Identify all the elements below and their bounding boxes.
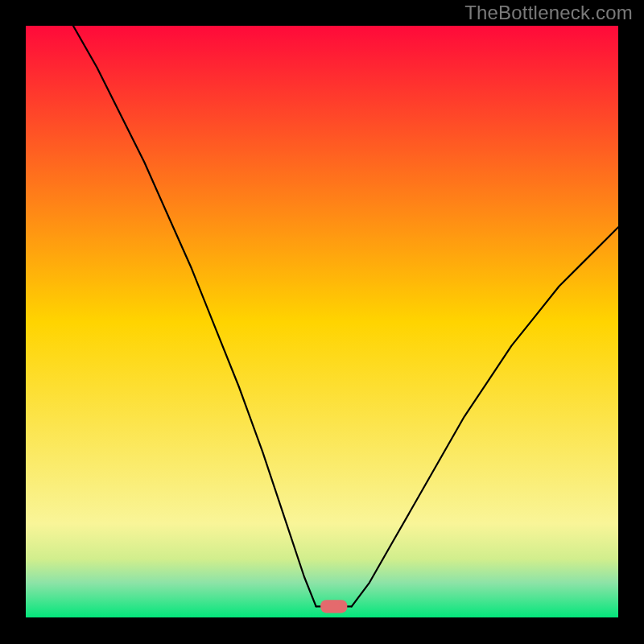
chart-frame: TheBottleneck.com — [0, 0, 644, 644]
gradient-background — [26, 26, 618, 618]
watermark-label: TheBottleneck.com — [464, 2, 633, 24]
chart-svg — [26, 26, 618, 618]
plot-area — [26, 26, 618, 618]
minimum-marker — [320, 600, 347, 613]
